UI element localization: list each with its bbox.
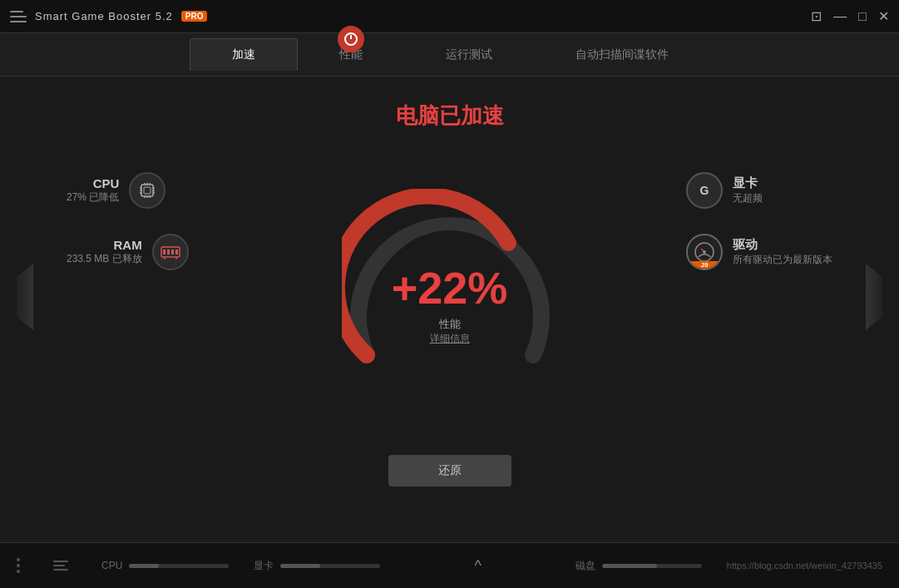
bottom-menu-icon[interactable]	[17, 558, 20, 573]
ram-stat-item: RAM 233.5 MB 已释放	[67, 234, 189, 270]
driver-stat-item: J9 驱动 所有驱动已为最新版本	[686, 234, 832, 270]
nav-tabs: 加速 性能 运行测试 自动扫描间谍软件	[0, 33, 899, 77]
gauge-detail-link[interactable]: 详细信息	[392, 332, 508, 346]
right-deco	[866, 264, 882, 330]
driver-stat-text: 驱动 所有驱动已为最新版本	[733, 237, 832, 267]
ram-value: 233.5 MB 已释放	[67, 252, 142, 266]
driver-icon: J9	[686, 234, 723, 270]
restore-btn-area: 还原	[17, 455, 882, 487]
cpu-stat-text: CPU 27% 已降低	[67, 176, 119, 205]
bottom-cpu-stat: CPU	[101, 560, 229, 571]
ram-stat-text: RAM 233.5 MB 已释放	[67, 238, 142, 266]
cpu-icon	[129, 172, 165, 209]
ram-label: RAM	[67, 238, 142, 252]
menu-icon[interactable]	[10, 11, 27, 22]
tab-run-test[interactable]: 运行测试	[404, 39, 534, 71]
gpu-label: 显卡	[733, 175, 763, 191]
pro-badge: PRO	[181, 11, 208, 22]
status-title: 电脑已加速	[17, 101, 882, 131]
gauge-sub-label: 性能	[392, 317, 508, 332]
driver-label: 驱动	[733, 237, 832, 253]
gpu-icon: G	[686, 172, 723, 209]
bottom-gpu-fill	[280, 564, 320, 568]
left-deco	[17, 264, 33, 330]
svg-rect-19	[171, 250, 174, 254]
tab-scan-spyware[interactable]: 自动扫描间谍软件	[534, 39, 710, 71]
minimize-button[interactable]: —	[833, 9, 847, 24]
svg-rect-17	[163, 250, 165, 254]
svg-rect-18	[167, 250, 170, 254]
title-bar-left: Smart Game Booster 5.2 PRO	[10, 10, 207, 22]
bottom-gpu-stat: 显卡	[254, 559, 380, 573]
bottom-gpu-bar	[280, 564, 380, 568]
gpu-stat-text: 显卡 无超频	[733, 175, 763, 205]
cpu-label: CPU	[67, 176, 119, 190]
bottom-url: https://blog.csdn.net/weixin_42793435	[727, 561, 882, 571]
cpu-stat-item: CPU 27% 已降低	[67, 172, 189, 209]
chevron-up-icon[interactable]: ^	[474, 557, 481, 575]
ram-icon	[152, 234, 189, 270]
tab-accelerate[interactable]: 加速	[190, 38, 298, 71]
maximize-button[interactable]: □	[858, 9, 867, 24]
title-bar: Smart Game Booster 5.2 PRO ⊡ — □ ✕	[0, 0, 899, 33]
gpu-value: 无超频	[733, 191, 763, 205]
bottom-gpu-label: 显卡	[254, 559, 274, 573]
app-title: Smart Game Booster 5.2	[35, 10, 173, 22]
bottom-disk-fill	[602, 564, 657, 568]
cpu-value: 27% 已降低	[67, 190, 119, 205]
svg-point-26	[703, 250, 706, 254]
close-button[interactable]: ✕	[878, 8, 889, 24]
bottom-disk-label: 磁盘	[575, 559, 595, 573]
right-panel: G 显卡 无超频 J9	[686, 172, 832, 270]
bottom-cpu-bar	[129, 564, 229, 568]
gauge-value: +22%	[392, 265, 508, 310]
svg-rect-20	[175, 250, 178, 254]
tab-center-icon	[338, 26, 364, 52]
bottom-cpu-label: CPU	[101, 560, 122, 571]
driver-value: 所有驱动已为最新版本	[733, 253, 832, 267]
bottom-chevron-area: ^	[405, 557, 551, 575]
svg-rect-3	[144, 187, 151, 194]
restore-button[interactable]: 还原	[388, 455, 511, 487]
bottom-disk-stat: 磁盘	[575, 559, 702, 573]
main-content: 电脑已加速 CPU 27% 已降低	[0, 77, 899, 542]
gpu-stat-item: G 显卡 无超频	[686, 172, 832, 209]
bottom-lines-icon	[53, 561, 68, 571]
window-controls: ⊡ — □ ✕	[811, 8, 889, 24]
bottom-bar: CPU 显卡 ^ 磁盘 https://blog.csdn.net/weixin…	[0, 542, 899, 588]
bottom-cpu-fill	[129, 564, 159, 568]
left-panel: CPU 27% 已降低	[67, 172, 189, 270]
bottom-disk-bar	[602, 564, 702, 568]
svg-rect-2	[141, 185, 153, 196]
gauge-content: +22% 性能 详细信息	[392, 265, 508, 346]
screenshot-button[interactable]: ⊡	[811, 8, 822, 24]
center-area: CPU 27% 已降低	[17, 147, 882, 447]
gauge-container: +22% 性能 详细信息	[342, 189, 558, 405]
tab-performance[interactable]: 性能	[298, 39, 404, 71]
